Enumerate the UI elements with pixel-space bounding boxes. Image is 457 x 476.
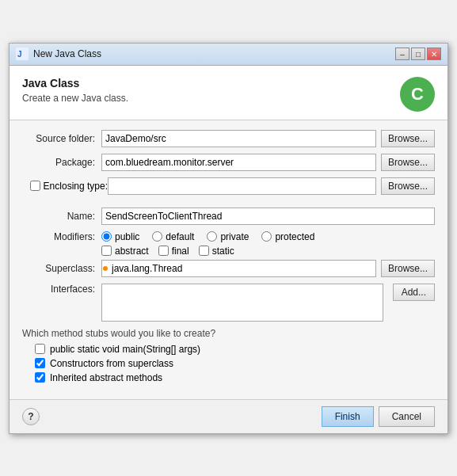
- interfaces-label: Interfaces:: [22, 284, 101, 295]
- stub-constructors-label: Constructors from superclass: [50, 358, 173, 369]
- modifiers-radio-group: public default private protected: [101, 231, 314, 242]
- stub-main-checkbox[interactable]: [35, 344, 45, 354]
- package-input[interactable]: [101, 154, 376, 171]
- header-title: Java Class: [22, 77, 128, 89]
- name-input[interactable]: [101, 208, 435, 225]
- dialog-footer: ? Finish Cancel: [10, 399, 447, 433]
- interfaces-row: Interfaces: Add...: [22, 284, 435, 322]
- stubs-section: Which method stubs would you like to cre…: [22, 328, 435, 383]
- titlebar-buttons: – □ ✕: [395, 48, 441, 60]
- name-label: Name:: [22, 211, 101, 222]
- java-logo-icon: C: [400, 77, 435, 112]
- java-class-icon: J: [16, 48, 29, 60]
- package-browse-button[interactable]: Browse...: [381, 154, 435, 171]
- enclosing-type-label-wrapper: Enclosing type:: [22, 181, 108, 192]
- stub-main[interactable]: public static void main(String[] args): [35, 344, 435, 355]
- package-row: Package: Browse...: [22, 154, 435, 171]
- modifier-final[interactable]: final: [158, 246, 189, 257]
- titlebar: J New Java Class – □ ✕: [10, 44, 447, 66]
- modifier-default[interactable]: default: [152, 231, 194, 242]
- cancel-button[interactable]: Cancel: [379, 406, 435, 427]
- package-label: Package:: [22, 157, 101, 168]
- minimize-button[interactable]: –: [395, 48, 409, 60]
- modifier-checkboxes-group: abstract final static: [101, 246, 314, 257]
- superclass-input[interactable]: [101, 260, 376, 277]
- svg-text:J: J: [17, 50, 22, 59]
- stub-constructors-checkbox[interactable]: [35, 358, 45, 368]
- source-folder-input[interactable]: [101, 130, 376, 147]
- name-row: Name:: [22, 208, 435, 225]
- modifier-abstract[interactable]: abstract: [101, 246, 149, 257]
- footer-left: ?: [22, 408, 40, 425]
- modifiers-label: Modifiers:: [22, 231, 101, 242]
- modifier-static[interactable]: static: [199, 246, 234, 257]
- dialog-title: New Java Class: [33, 48, 101, 59]
- source-folder-browse-button[interactable]: Browse...: [381, 130, 435, 147]
- modifier-protected[interactable]: protected: [261, 231, 314, 242]
- interfaces-add-button[interactable]: Add...: [393, 284, 435, 301]
- footer-right: Finish Cancel: [322, 406, 435, 427]
- superclass-label: Superclass:: [22, 263, 101, 274]
- superclass-input-wrapper: [101, 260, 376, 277]
- enclosing-type-browse-button[interactable]: Browse...: [381, 177, 435, 195]
- modifier-private[interactable]: private: [207, 231, 249, 242]
- enclosing-type-checkbox[interactable]: [30, 181, 40, 191]
- close-button[interactable]: ✕: [427, 48, 441, 60]
- superclass-indicator-dot: [103, 266, 108, 271]
- new-java-class-dialog: J New Java Class – □ ✕ Java Class Create…: [9, 43, 448, 434]
- restore-button[interactable]: □: [411, 48, 425, 60]
- source-folder-row: Source folder: Browse...: [22, 130, 435, 147]
- stub-inherited-checkbox[interactable]: [35, 372, 45, 383]
- superclass-row: Superclass: Browse...: [22, 260, 435, 277]
- interfaces-textarea[interactable]: [101, 284, 383, 322]
- finish-button[interactable]: Finish: [322, 406, 374, 427]
- interfaces-buttons: Add...: [388, 284, 435, 301]
- stub-inherited-label: Inherited abstract methods: [50, 372, 162, 383]
- source-folder-label: Source folder:: [22, 133, 101, 144]
- enclosing-type-row: Enclosing type: Browse...: [22, 177, 435, 195]
- stubs-question: Which method stubs would you like to cre…: [22, 328, 435, 339]
- modifier-public[interactable]: public: [101, 231, 139, 242]
- dialog-body: Source folder: Browse... Package: Browse…: [10, 120, 447, 399]
- stub-inherited[interactable]: Inherited abstract methods: [35, 372, 435, 383]
- titlebar-left: J New Java Class: [16, 48, 101, 60]
- enclosing-type-label: Enclosing type:: [44, 181, 108, 192]
- header-subtitle: Create a new Java class.: [22, 93, 128, 104]
- help-button[interactable]: ?: [22, 408, 40, 425]
- superclass-browse-button[interactable]: Browse...: [381, 260, 435, 277]
- enclosing-type-input[interactable]: [108, 177, 376, 195]
- dialog-header: Java Class Create a new Java class. C: [10, 66, 447, 120]
- modifiers-options: public default private protected abstrac…: [101, 231, 314, 257]
- stubs-options: public static void main(String[] args) C…: [22, 344, 435, 383]
- stub-main-label: public static void main(String[] args): [50, 344, 200, 355]
- modifiers-row: Modifiers: public default private protec…: [22, 231, 435, 257]
- stub-constructors[interactable]: Constructors from superclass: [35, 358, 435, 369]
- header-text: Java Class Create a new Java class.: [22, 77, 128, 104]
